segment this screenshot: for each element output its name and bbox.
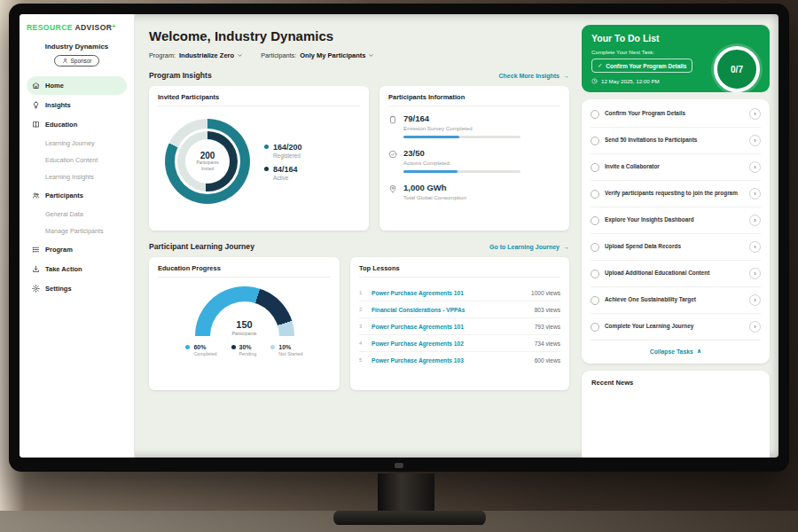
check-icon: ✓ <box>598 62 602 69</box>
chevron-down-icon <box>368 52 374 59</box>
sidebar-item-learning-journey[interactable]: Learning Journey <box>27 135 127 152</box>
lesson-rank: 1 <box>359 290 366 295</box>
task-label: Upload Additional Educational Content <box>605 270 744 278</box>
task-label: Send 50 Invitations to Participants <box>605 137 744 145</box>
sidebar-item-learning-insights[interactable]: Learning Insights <box>27 168 127 185</box>
task-row[interactable]: Achieve One Sustainability Target › <box>591 287 761 314</box>
sidebar-item-education[interactable]: Education <box>27 115 127 134</box>
check-circle-icon <box>388 150 397 159</box>
chevron-right-icon[interactable]: › <box>749 161 761 173</box>
chevron-right-icon[interactable]: › <box>749 215 761 226</box>
legend-item-pending: 30% Pending <box>231 344 257 356</box>
sidebar-item-program[interactable]: Program <box>27 240 127 259</box>
sidebar-item-participants[interactable]: Participants <box>27 186 127 205</box>
task-row[interactable]: Complete Your Learning Journey › <box>591 314 761 340</box>
check-more-insights-link[interactable]: Check More Insights → <box>499 73 569 79</box>
info-row-survey: 79/164 Emission Survey Completed <box>388 113 560 138</box>
pin-icon <box>388 184 397 193</box>
collapse-label: Collapse Tasks <box>650 348 693 355</box>
link-label: Check More Insights <box>499 73 559 79</box>
logo-primary: RESOURCE <box>27 23 73 32</box>
task-checkbox[interactable] <box>591 216 599 225</box>
task-checkbox[interactable] <box>591 270 599 278</box>
participants-select-value: Only My Participants <box>300 51 365 59</box>
sidebar-item-take-action[interactable]: Take Action <box>27 260 127 278</box>
sidebar-item-manage-participants[interactable]: Manage Participants <box>27 223 127 239</box>
sponsor-badge: Sponsor <box>54 55 100 66</box>
lesson-link[interactable]: Power Purchase Agreements 101 <box>372 324 529 330</box>
task-row[interactable]: Send 50 Invitations to Participants › <box>591 128 761 154</box>
chevron-right-icon[interactable]: › <box>749 321 761 332</box>
sidebar-item-label: Insights <box>45 101 71 109</box>
program-select[interactable]: Program: Industrialize Zero <box>149 51 243 59</box>
lesson-row: 5 Power Purchase Agreements 103 600 view… <box>359 352 560 368</box>
participants-information-card: Participants Information 79/164 Emission… <box>379 86 569 231</box>
participants-select[interactable]: Participants: Only My Participants <box>261 51 374 59</box>
arrow-right-icon: → <box>563 73 569 79</box>
info-value: 23/50 <box>403 148 520 158</box>
task-row[interactable]: Explore Your Insights Dashboard › <box>591 207 761 234</box>
clock-icon <box>591 78 598 84</box>
legend-item-completed: 60% Completed <box>185 344 216 356</box>
lesson-link[interactable]: Power Purchase Agreements 103 <box>372 357 529 364</box>
legend-label: Completed <box>193 351 216 356</box>
list-icon <box>32 246 40 254</box>
task-checkbox[interactable] <box>591 110 599 119</box>
top-lessons-card: Top Lessons 1 Power Purchase Agreements … <box>350 257 569 390</box>
sidebar-item-insights[interactable]: Insights <box>27 96 127 114</box>
sidebar-item-home[interactable]: Home <box>27 76 127 95</box>
task-row[interactable]: Confirm Your Program Details › <box>591 101 761 128</box>
due-date-label: 12 May 2025, 12:00 PM <box>601 78 660 84</box>
lesson-link[interactable]: Financial Considerations - VPPAs <box>372 307 529 313</box>
lesson-rank: 3 <box>359 324 366 329</box>
invited-participants-card: Invited Participants 200 Participants In… <box>149 86 369 231</box>
home-icon <box>32 82 40 90</box>
task-row[interactable]: Upload Additional Educational Content › <box>591 261 761 287</box>
task-row[interactable]: Upload Spend Data Records › <box>591 234 761 261</box>
app-logo: RESOURCE ADVISOR+ <box>27 23 127 32</box>
info-value: 79/164 <box>403 113 520 123</box>
download-icon <box>32 265 40 273</box>
sidebar-item-label: Take Action <box>45 265 82 273</box>
card-title: Top Lessons <box>359 264 560 278</box>
task-checkbox[interactable] <box>591 296 599 305</box>
go-to-learning-journey-link[interactable]: Go to Learning Journey → <box>489 244 569 250</box>
chevron-right-icon[interactable]: › <box>749 108 761 120</box>
chevron-right-icon[interactable]: › <box>749 135 761 146</box>
next-task-button[interactable]: ✓ Confirm Your Program Details <box>591 59 692 73</box>
lesson-views: 793 views <box>535 324 560 330</box>
todo-summary-card: Your To Do List Complete Your Next Task:… <box>582 25 770 92</box>
info-row-actions: 23/50 Actions Completed <box>388 148 560 173</box>
task-checkbox[interactable] <box>591 190 599 199</box>
legend-label: Pending <box>239 351 257 356</box>
collapse-tasks-link[interactable]: Collapse Tasks ∧ <box>591 340 761 362</box>
legend-item-active: 84/164 Active <box>264 165 302 181</box>
learning-journey-header: Participant Learning Journey Go to Learn… <box>149 242 569 251</box>
lesson-link[interactable]: Power Purchase Agreements 101 <box>372 290 526 296</box>
section-title: Program Insights <box>149 71 212 80</box>
sidebar-item-education-content[interactable]: Education Content <box>27 152 127 168</box>
task-checkbox[interactable] <box>591 323 599 332</box>
task-checkbox[interactable] <box>591 243 599 252</box>
info-row-consumption: 1,000 GWh Total Global Consumption <box>388 183 560 200</box>
chevron-right-icon[interactable]: › <box>749 241 761 253</box>
lesson-link[interactable]: Power Purchase Agreements 102 <box>372 340 529 347</box>
chevron-right-icon[interactable]: › <box>749 188 761 200</box>
chevron-right-icon[interactable]: › <box>749 268 761 279</box>
sidebar-item-general-data[interactable]: General Data <box>27 206 127 223</box>
info-value: 1,000 GWh <box>403 183 466 192</box>
sidebar-item-label: Education <box>45 121 77 129</box>
sidebar-item-settings[interactable]: Settings <box>27 279 127 298</box>
program-select-label: Program: <box>149 51 176 59</box>
task-row[interactable]: Invite a Collaborator › <box>591 154 761 181</box>
task-checkbox[interactable] <box>591 163 599 172</box>
chevron-right-icon[interactable]: › <box>749 294 761 306</box>
insights-cards-row: Invited Participants 200 Participants In… <box>149 86 569 231</box>
task-label: Complete Your Learning Journey <box>605 323 744 331</box>
task-label: Explore Your Insights Dashboard <box>605 216 744 224</box>
gear-icon <box>32 285 40 293</box>
task-row[interactable]: Verify participants requesting to join t… <box>591 181 761 207</box>
task-checkbox[interactable] <box>591 137 599 145</box>
legend-value: 164/200 <box>273 143 302 152</box>
legend-value: 10% <box>278 344 291 350</box>
